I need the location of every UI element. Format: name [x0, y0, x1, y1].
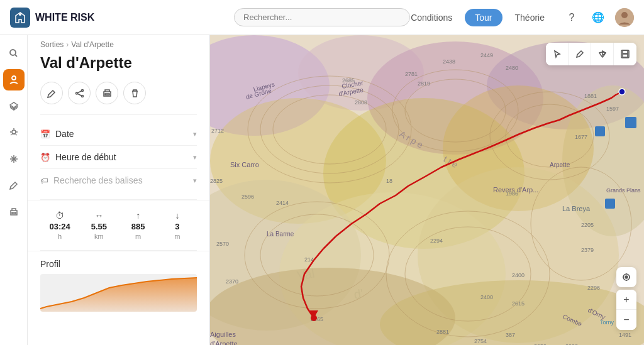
- svg-text:2819: 2819: [418, 80, 430, 87]
- stat-duration-value: 03:24: [50, 222, 70, 231]
- svg-point-2: [621, 12, 628, 18]
- map-draw-tool[interactable]: [569, 43, 591, 65]
- gps-button[interactable]: [616, 267, 636, 287]
- zoom-in-button[interactable]: +: [616, 290, 636, 310]
- profile-label: Profil: [40, 259, 197, 269]
- svg-text:18: 18: [386, 178, 392, 184]
- descent-icon: ↓: [175, 211, 179, 221]
- stat-duration: ⏱ 03:24 h: [40, 211, 79, 240]
- calendar-icon: 📅: [40, 129, 50, 139]
- timer-icon: ⏱: [55, 211, 64, 221]
- svg-text:2205: 2205: [581, 222, 594, 228]
- svg-text:1491: 1491: [619, 332, 631, 338]
- search-container: [234, 8, 410, 26]
- svg-text:La Barme: La Barme: [267, 231, 294, 238]
- svg-point-15: [81, 89, 83, 91]
- svg-text:2712: 2712: [211, 128, 224, 134]
- sidebar-search-btn[interactable]: [3, 43, 25, 64]
- search-balises-container: 🏷 Recherche des balises: [40, 175, 143, 185]
- svg-text:2414: 2414: [276, 200, 289, 206]
- map-pointer-tool[interactable]: [546, 43, 569, 65]
- date-label-container: 📅 Date: [40, 129, 74, 139]
- share-button[interactable]: [68, 82, 91, 104]
- svg-text:Arpette: Arpette: [550, 162, 570, 168]
- nav-icons: ? 🌐: [562, 8, 634, 27]
- date-row[interactable]: 📅 Date ▾: [40, 123, 197, 146]
- stat-distance: ↔ 5.55 km: [79, 211, 118, 240]
- sidebar-print-btn[interactable]: [3, 201, 25, 222]
- sidebar-icons: [0, 35, 28, 345]
- svg-text:2685: 2685: [342, 77, 355, 84]
- print-button[interactable]: [96, 82, 118, 104]
- profile-section: Profil: [28, 251, 209, 319]
- svg-text:2296: 2296: [587, 285, 600, 291]
- search-balises-row[interactable]: 🏷 Recherche des balises ▾: [40, 169, 197, 192]
- help-button[interactable]: ?: [562, 8, 581, 27]
- sidebar-snow-btn[interactable]: [3, 148, 25, 170]
- svg-text:2825: 2825: [210, 178, 223, 184]
- nav-tour[interactable]: Tour: [465, 9, 502, 26]
- sidebar-layers-btn[interactable]: [3, 96, 25, 117]
- nav-theorie[interactable]: Théorie: [505, 9, 555, 26]
- ascent-icon: ↑: [136, 211, 140, 221]
- svg-text:2400: 2400: [512, 272, 525, 278]
- map-move-tool[interactable]: [591, 43, 614, 65]
- stat-descent-value: 3: [175, 222, 179, 231]
- svg-point-110: [625, 276, 628, 278]
- svg-text:2570: 2570: [216, 241, 229, 247]
- svg-text:d'Arpette: d'Arpette: [210, 340, 238, 345]
- stat-descent-unit: m: [174, 233, 180, 240]
- svg-rect-101: [625, 117, 636, 128]
- svg-point-5: [12, 130, 16, 134]
- svg-rect-21: [105, 94, 109, 95]
- breadcrumb-parent[interactable]: Sorties: [40, 40, 64, 49]
- svg-text:2596: 2596: [242, 194, 254, 200]
- globe-button[interactable]: 🌐: [589, 8, 608, 27]
- svg-text:2781: 2781: [405, 71, 418, 77]
- stat-ascent-unit: m: [135, 233, 141, 240]
- search-chevron-icon: ▾: [193, 177, 197, 185]
- svg-text:Six Carro: Six Carro: [230, 161, 259, 168]
- sidebar-edit-btn[interactable]: [3, 175, 25, 196]
- map-area[interactable]: Liapeys de Grône Clocher d'Arpette Six C…: [210, 35, 644, 345]
- svg-point-0: [19, 13, 21, 16]
- svg-text:2754: 2754: [474, 338, 487, 344]
- zoom-out-button[interactable]: −: [616, 310, 636, 330]
- svg-text:Val: Val: [296, 266, 316, 283]
- map-save-tool[interactable]: [614, 43, 636, 65]
- map-toolbar: [546, 43, 636, 65]
- svg-text:Grands Plans: Grands Plans: [606, 187, 641, 194]
- map-zoom-controls: + −: [616, 290, 636, 330]
- svg-point-17: [81, 95, 83, 97]
- avatar[interactable]: [615, 8, 634, 27]
- distance-icon: ↔: [94, 211, 103, 221]
- delete-button[interactable]: [123, 82, 146, 104]
- svg-text:La Breya: La Breya: [562, 205, 591, 212]
- svg-text:1881: 1881: [584, 93, 597, 99]
- svg-line-19: [77, 94, 81, 96]
- svg-rect-14: [12, 212, 16, 214]
- tag-icon: 🏷: [40, 176, 48, 185]
- svg-text:2400: 2400: [480, 294, 493, 300]
- time-row[interactable]: ⏰ Heure de début ▾: [40, 146, 197, 169]
- svg-point-16: [75, 92, 77, 94]
- app-name: WHITE RISK: [35, 12, 94, 23]
- stat-ascent: ↑ 885 m: [119, 211, 158, 240]
- sidebar-user-btn[interactable]: [3, 69, 25, 90]
- svg-rect-108: [623, 54, 628, 57]
- stat-ascent-value: 885: [131, 222, 145, 231]
- sidebar-weather-btn[interactable]: [3, 122, 25, 143]
- topbar: WHITE RISK Conditions Tour Théorie ? 🌐: [0, 0, 644, 35]
- edit-button[interactable]: [40, 82, 63, 104]
- svg-text:Aiguilles: Aiguilles: [210, 331, 236, 338]
- logo-icon: [10, 8, 30, 28]
- profile-chart: [40, 274, 197, 312]
- svg-rect-100: [605, 199, 615, 209]
- main-nav: Conditions Tour Théorie: [401, 9, 555, 26]
- svg-text:1597: 1597: [606, 106, 619, 112]
- svg-text:2294: 2294: [430, 238, 443, 244]
- search-input[interactable]: [234, 8, 410, 26]
- svg-point-103: [311, 315, 317, 321]
- app-logo: WHITE RISK: [10, 8, 94, 28]
- time-chevron-icon: ▾: [193, 153, 197, 162]
